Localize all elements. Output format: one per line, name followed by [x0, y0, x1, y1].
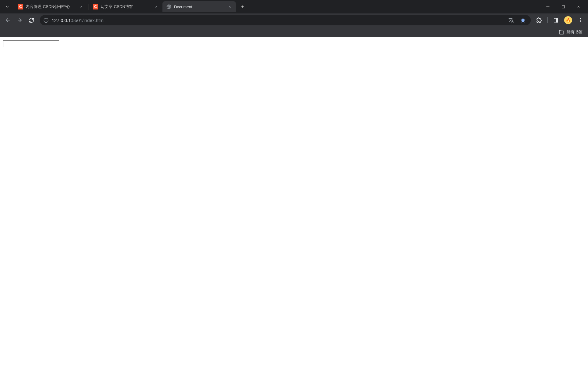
- tab-separator: [88, 4, 88, 10]
- svg-point-23: [580, 18, 581, 19]
- extensions-icon[interactable]: [534, 15, 544, 25]
- toolbar-separator: [547, 17, 548, 23]
- csdn-icon: C: [93, 4, 98, 9]
- svg-rect-22: [556, 18, 558, 22]
- page-viewport: [0, 37, 588, 381]
- svg-marker-19: [520, 18, 525, 22]
- menu-icon[interactable]: [575, 15, 586, 25]
- tab-title: Document: [174, 5, 225, 9]
- close-icon[interactable]: [154, 4, 159, 9]
- profile-avatar[interactable]: 🔥: [563, 15, 573, 25]
- url-path: :5501/index.html: [71, 18, 105, 23]
- url-text: 127.0.0.1:5501/index.html: [52, 18, 504, 23]
- window-controls: [541, 2, 586, 12]
- maximize-button[interactable]: [556, 2, 570, 12]
- tab-search-dropdown[interactable]: [2, 2, 12, 12]
- tab-title: 写文章-CSDN博客: [101, 4, 151, 9]
- site-info-icon[interactable]: [43, 18, 49, 23]
- tab-csdn-write[interactable]: C 写文章-CSDN博客: [89, 1, 162, 12]
- toolbar-right: 🔥: [534, 15, 586, 25]
- translate-icon[interactable]: [507, 16, 515, 24]
- close-icon[interactable]: [227, 4, 232, 9]
- browser-chrome: C 内容管理-CSDN创作中心 C 写文章-CSDN博客 Document: [0, 0, 588, 37]
- minimize-button[interactable]: [541, 2, 555, 12]
- svg-rect-11: [562, 5, 564, 8]
- page-text-input[interactable]: [3, 40, 59, 47]
- csdn-icon: C: [18, 4, 23, 9]
- tab-strip: C 内容管理-CSDN创作中心 C 写文章-CSDN博客 Document: [0, 0, 588, 13]
- tab-title: 内容管理-CSDN创作中心: [26, 4, 76, 9]
- toolbar: 127.0.0.1:5501/index.html 🔥: [0, 13, 588, 27]
- back-button[interactable]: [2, 15, 13, 26]
- bookmarks-bar: 所有书签: [0, 27, 588, 37]
- svg-point-24: [580, 20, 581, 21]
- globe-icon: [166, 4, 172, 9]
- url-host: 127.0.0.1: [52, 18, 71, 23]
- folder-icon: [559, 30, 564, 35]
- all-bookmarks-button[interactable]: 所有书签: [557, 28, 584, 36]
- side-panel-icon[interactable]: [551, 15, 561, 25]
- bookmark-star-icon[interactable]: [519, 16, 527, 24]
- forward-button[interactable]: [14, 15, 25, 26]
- new-tab-button[interactable]: [238, 2, 247, 11]
- close-window-button[interactable]: [571, 2, 586, 12]
- tab-document[interactable]: Document: [162, 1, 236, 12]
- close-icon[interactable]: [79, 4, 84, 9]
- tab-csdn-content[interactable]: C 内容管理-CSDN创作中心: [14, 1, 87, 12]
- address-bar[interactable]: 127.0.0.1:5501/index.html: [40, 15, 531, 25]
- svg-point-25: [580, 21, 581, 22]
- all-bookmarks-label: 所有书签: [567, 29, 582, 35]
- reload-button[interactable]: [26, 15, 37, 26]
- bookmarks-separator: [554, 29, 554, 35]
